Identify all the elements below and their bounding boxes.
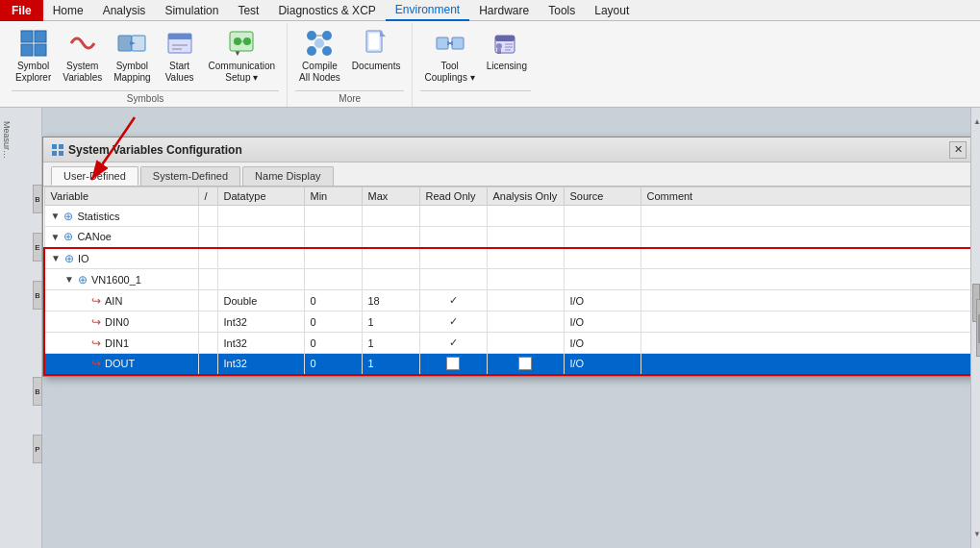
ribbon-tools-group-label — [420, 90, 531, 107]
symbol-explorer-icon — [18, 28, 49, 59]
table-row[interactable]: ▼⊕CANoe — [44, 227, 973, 248]
side-tab-2[interactable]: E — [33, 233, 42, 262]
dialog-body: Variable / Datatype Min Max Read Only An… — [43, 187, 974, 376]
max-cell — [362, 227, 419, 248]
menu-simulation[interactable]: Simulation — [155, 0, 228, 21]
expand-icon[interactable]: ▼ — [51, 253, 61, 263]
left-panel-label: Measur… — [0, 117, 13, 162]
svg-marker-25 — [380, 31, 386, 37]
scrollbar-down[interactable]: ▼ — [973, 530, 980, 538]
expand-icon[interactable]: ▼ — [64, 274, 74, 285]
expand-icon[interactable]: ▼ — [51, 211, 61, 221]
symbol-explorer-button[interactable]: SymbolExplorer — [12, 25, 55, 87]
expand-icon[interactable]: ▼ — [51, 232, 61, 242]
documents-label: Documents — [352, 61, 401, 72]
documents-button[interactable]: Documents — [348, 25, 405, 75]
menu-layout[interactable]: Layout — [585, 0, 639, 21]
licensing-button[interactable]: Licensing — [483, 25, 531, 75]
svg-rect-41 — [52, 151, 57, 156]
variable-name: VN1600_1 — [91, 274, 141, 286]
splitter-handle[interactable]: ⋮ — [976, 299, 980, 357]
start-values-label: StartValues — [165, 61, 194, 84]
ribbon-group-tools: ToolCouplings ▾ Licensing — [413, 23, 539, 107]
menu-analysis[interactable]: Analysis — [93, 0, 156, 21]
slash-cell — [198, 311, 217, 333]
max-cell: 1 — [362, 333, 419, 354]
table-row[interactable]: ↪DIN1Int3201✓I/O — [44, 333, 973, 354]
table-row[interactable]: ↪AINDouble018✓I/O — [44, 290, 973, 311]
system-variables-button[interactable]: SystemVariables — [59, 25, 106, 87]
side-tab-5[interactable]: P — [33, 435, 42, 463]
compile-all-nodes-button[interactable]: CompileAll Nodes — [295, 25, 344, 87]
svg-rect-1 — [35, 31, 46, 42]
system-variables-label: SystemVariables — [63, 61, 102, 84]
table-row[interactable]: ▼⊕VN1600_1 — [44, 269, 973, 290]
variable-name: DOUT — [105, 358, 135, 369]
table-row[interactable]: ▼⊕IO — [44, 248, 973, 269]
menu-hardware[interactable]: Hardware — [469, 0, 539, 21]
col-variable: Variable — [44, 187, 198, 206]
col-datatype: Datatype — [217, 187, 304, 206]
datatype-cell: Int32 — [217, 311, 304, 333]
ribbon-symbols-label: Symbols — [12, 90, 279, 107]
communication-setup-icon: ▼ — [226, 28, 257, 59]
scrollbar-up[interactable]: ▲ — [973, 117, 980, 126]
tab-system-defined[interactable]: System-Defined — [140, 166, 240, 186]
menu-test[interactable]: Test — [228, 0, 268, 21]
menu-tools[interactable]: Tools — [539, 0, 585, 21]
symbol-mapping-button[interactable]: SymbolMapping — [110, 25, 154, 87]
analysis-only-cell — [487, 227, 564, 248]
tab-name-display[interactable]: Name Display — [242, 166, 333, 186]
communication-setup-button[interactable]: ▼ CommunicationSetup ▾ — [205, 25, 279, 87]
source-cell: I/O — [564, 311, 641, 333]
table-row[interactable]: ▼⊕Statistics — [44, 206, 973, 227]
datatype-cell — [217, 248, 304, 269]
menu-file[interactable]: File — [0, 0, 43, 21]
left-panel: Measur… B E B B P — [0, 108, 42, 548]
symbol-mapping-label: SymbolMapping — [113, 61, 150, 84]
analysis-only-cell — [487, 269, 564, 290]
variable-cell: ▼⊕Statistics — [44, 206, 198, 227]
dialog-title: System Variables Configuration — [51, 143, 242, 157]
svg-rect-40 — [59, 144, 63, 149]
start-values-button[interactable]: StartValues — [159, 25, 201, 87]
side-tab-3[interactable]: B — [33, 281, 42, 310]
datatype-cell: Int32 — [217, 333, 304, 354]
svg-rect-8 — [168, 34, 191, 39]
readonly-cell — [419, 248, 487, 269]
slash-cell — [198, 354, 217, 375]
menu-environment[interactable]: Environment — [386, 0, 469, 21]
svg-point-19 — [322, 46, 332, 56]
comment-cell — [641, 248, 973, 269]
analysis-only-cell — [487, 311, 564, 333]
licensing-label: Licensing — [487, 61, 527, 72]
source-cell: I/O — [564, 290, 641, 311]
menu-home[interactable]: Home — [43, 0, 93, 21]
table-row[interactable]: ↪DOUTInt3201I/O — [44, 354, 973, 375]
documents-icon — [361, 28, 391, 59]
side-tab-4[interactable]: B — [33, 377, 42, 406]
svg-rect-27 — [452, 37, 464, 49]
main-area: Measur… B E B B P System Varia — [0, 108, 980, 548]
svg-rect-29 — [447, 41, 449, 45]
symbol-explorer-label: SymbolExplorer — [15, 61, 51, 84]
max-cell — [362, 269, 419, 290]
dialog-close-button[interactable]: ✕ — [949, 141, 967, 159]
svg-point-18 — [307, 46, 316, 56]
side-tab-1[interactable]: B — [33, 185, 42, 213]
table-row[interactable]: ↪DIN0Int3201✓I/O — [44, 311, 973, 333]
tab-user-defined[interactable]: User-Defined — [51, 166, 138, 186]
right-scrollbar: ▲ ▼ ⋮ — [970, 108, 980, 548]
comment-cell — [641, 206, 973, 227]
readonly-cell — [419, 206, 487, 227]
licensing-icon — [491, 28, 522, 59]
svg-point-12 — [234, 37, 241, 45]
min-cell — [304, 227, 362, 248]
menu-diagnostics[interactable]: Diagnostics & XCP — [268, 0, 385, 21]
source-cell: I/O — [564, 333, 641, 354]
svg-rect-34 — [497, 49, 501, 54]
system-variables-dialog: System Variables Configuration ✕ User-De… — [42, 137, 975, 377]
variable-table: Variable / Datatype Min Max Read Only An… — [43, 187, 974, 376]
max-cell: 1 — [362, 354, 419, 375]
tool-couplings-button[interactable]: ToolCouplings ▾ — [420, 25, 478, 87]
